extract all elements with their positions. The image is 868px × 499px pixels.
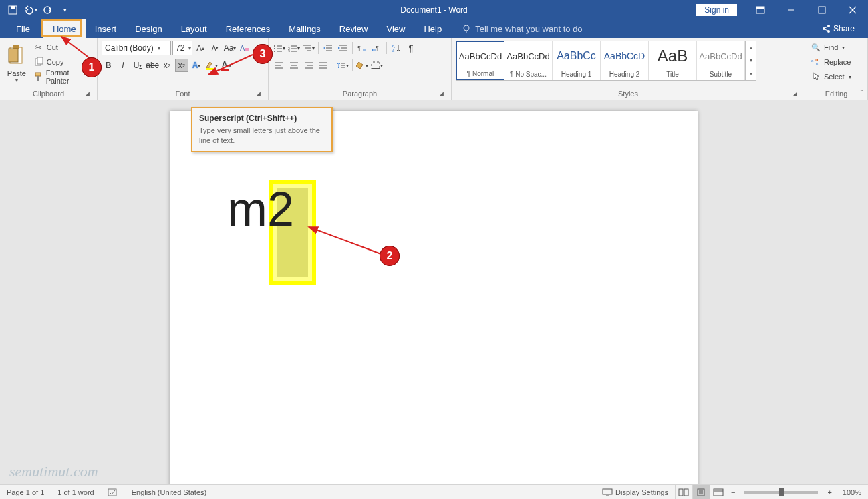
zoom-level[interactable]: 100% (836, 488, 868, 496)
collapse-ribbon-button[interactable]: ˆ (861, 90, 863, 97)
bullets-button[interactable]: ▾ (273, 41, 286, 55)
clear-format-button[interactable]: A (238, 41, 251, 55)
increase-indent-button[interactable] (336, 41, 349, 55)
sort-button[interactable]: AZ (390, 41, 403, 55)
style-subtitle[interactable]: AaBbCcDdSubtitle (697, 41, 745, 80)
italic-button[interactable]: I (116, 59, 130, 72)
status-proofing-icon[interactable] (101, 488, 125, 497)
font-name-combo[interactable]: Calibri (Body)▾ (102, 41, 171, 55)
grow-font-button[interactable]: A▴ (194, 41, 207, 55)
align-right-button[interactable] (302, 59, 315, 72)
status-words[interactable]: 1 of 1 word (51, 488, 100, 496)
close-button[interactable] (837, 0, 868, 19)
shrink-font-button[interactable]: A▾ (208, 41, 222, 55)
find-button[interactable]: 🔍Find▾ (809, 41, 853, 54)
ribbon: Paste ▾ ✂Cut Copy Format Painter Clipboa… (0, 38, 868, 100)
document-area[interactable]: m2 (0, 100, 868, 484)
svg-rect-24 (245, 48, 249, 51)
tab-references[interactable]: References (216, 19, 279, 38)
cut-button[interactable]: ✂Cut (32, 41, 93, 54)
clipboard-launcher[interactable]: ◢ (82, 89, 92, 98)
style-heading1[interactable]: AaBbCcHeading 1 (553, 41, 601, 80)
tab-layout[interactable]: Layout (172, 19, 216, 38)
monitor-icon (602, 488, 613, 496)
gallery-up[interactable]: ▴ (746, 41, 756, 54)
underline-button[interactable]: U▾ (131, 59, 144, 72)
gallery-down[interactable]: ▾ (746, 54, 756, 67)
tab-file[interactable]: File (3, 19, 43, 38)
style-nospacing[interactable]: AaBbCcDd¶ No Spac... (504, 41, 553, 80)
highlight-button[interactable]: ▾ (204, 59, 218, 72)
bold-button[interactable]: B (102, 59, 115, 72)
show-marks-button[interactable]: ¶ (404, 41, 418, 55)
tab-home[interactable]: Home (43, 19, 86, 38)
page[interactable]: m2 (170, 111, 698, 484)
font-size-combo[interactable]: 72▾ (172, 41, 192, 55)
redo-button[interactable] (40, 3, 55, 17)
share-button[interactable]: Share (808, 19, 868, 38)
status-bar: Page 1 of 1 1 of 1 word English (United … (0, 484, 868, 499)
shading-button[interactable]: ▾ (355, 59, 369, 72)
svg-text:Z: Z (392, 48, 395, 52)
style-normal[interactable]: AaBbCcDd¶ Normal (456, 41, 504, 80)
style-heading2[interactable]: AaBbCcDHeading 2 (601, 41, 649, 80)
replace-button[interactable]: abReplace (809, 55, 853, 69)
read-mode-button[interactable] (675, 485, 692, 500)
paintbrush-icon (33, 72, 43, 81)
tab-help[interactable]: Help (414, 19, 451, 38)
svg-text:3: 3 (288, 49, 290, 52)
tab-review[interactable]: Review (330, 19, 378, 38)
borders-button[interactable]: ▾ (370, 59, 384, 72)
style-title[interactable]: AaBTitle (649, 41, 697, 80)
minimize-button[interactable] (776, 0, 807, 19)
share-label: Share (833, 24, 855, 33)
subscript-button[interactable]: x2 (160, 59, 174, 72)
tab-mailings[interactable]: Mailings (279, 19, 330, 38)
sign-in-button[interactable]: Sign in (696, 4, 737, 16)
text-2: 2 (267, 182, 294, 236)
zoom-slider[interactable] (744, 491, 818, 494)
tab-design[interactable]: Design (126, 19, 171, 38)
svg-rect-22 (37, 76, 39, 81)
line-spacing-button[interactable]: ▾ (336, 59, 349, 72)
text-effects-button[interactable]: A▾ (190, 59, 203, 72)
paragraph-launcher[interactable]: ◢ (436, 89, 446, 98)
zoom-out-button[interactable]: − (727, 488, 739, 496)
svg-point-30 (274, 51, 275, 52)
rtl-button[interactable]: ¶ (370, 41, 384, 55)
status-page[interactable]: Page 1 of 1 (0, 488, 51, 496)
save-icon[interactable] (5, 3, 20, 17)
display-settings-button[interactable]: Display Settings (595, 488, 675, 496)
document-text[interactable]: m2 (227, 182, 294, 236)
justify-button[interactable] (317, 59, 330, 72)
paste-button[interactable]: Paste ▾ (4, 41, 29, 85)
align-left-button[interactable] (273, 59, 286, 72)
decrease-indent-button[interactable] (321, 41, 335, 55)
ribbon-display-icon[interactable] (745, 0, 776, 19)
tab-insert[interactable]: Insert (86, 19, 126, 38)
svg-rect-1 (11, 6, 15, 9)
numbering-button[interactable]: 123▾ (287, 41, 301, 55)
qat-customize[interactable]: ▾ (57, 3, 72, 17)
gallery-more[interactable]: ▾ (746, 67, 756, 80)
print-layout-button[interactable] (692, 485, 710, 500)
select-button[interactable]: Select▾ (809, 70, 853, 84)
tab-view[interactable]: View (377, 19, 414, 38)
strikethrough-button[interactable]: abc (146, 59, 159, 72)
superscript-button[interactable]: x2 (175, 59, 188, 72)
tell-me-search[interactable]: Tell me what you want to do (451, 19, 582, 38)
svg-rect-77 (684, 489, 688, 496)
styles-launcher[interactable]: ◢ (790, 89, 799, 98)
ltr-button[interactable]: ¶ (355, 41, 369, 55)
font-launcher[interactable]: ◢ (253, 89, 263, 98)
align-center-button[interactable] (287, 59, 301, 72)
web-layout-button[interactable] (710, 485, 727, 500)
scissors-icon: ✂ (33, 43, 44, 52)
multilevel-button[interactable]: ▾ (302, 41, 315, 55)
undo-button[interactable]: ▾ (23, 3, 37, 17)
zoom-in-button[interactable]: + (823, 488, 835, 496)
font-color-button[interactable]: A▾ (219, 59, 233, 72)
maximize-button[interactable] (807, 0, 837, 19)
change-case-button[interactable]: Aa▾ (223, 41, 237, 55)
status-language[interactable]: English (United States) (125, 488, 214, 496)
